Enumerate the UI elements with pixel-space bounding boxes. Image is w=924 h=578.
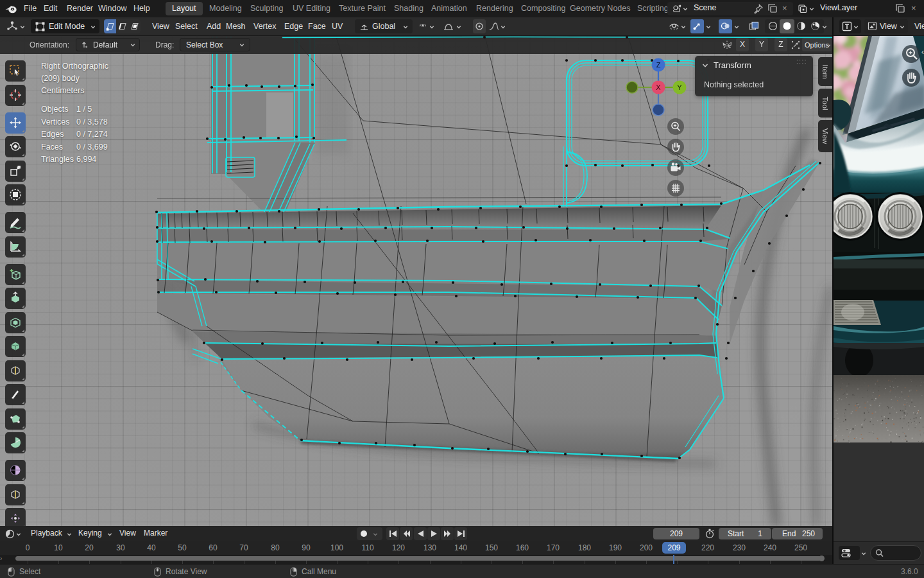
svg-text:Z: Z [656,61,661,69]
svg-text:X: X [656,83,661,91]
svg-text:Y: Y [677,83,682,91]
